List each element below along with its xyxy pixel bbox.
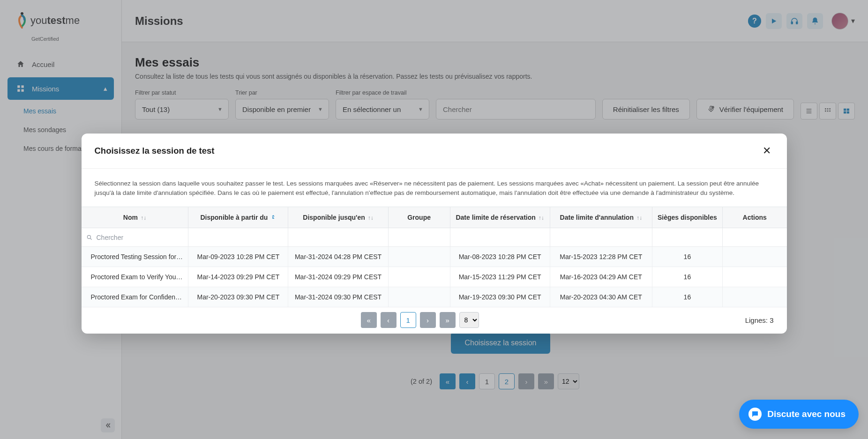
- cell-seats: 16: [652, 287, 722, 307]
- sessions-table: Nom↑↓ Disponible à partir du Disponible …: [82, 207, 787, 307]
- modal-pagination: « ‹ 1 › » 8: [361, 312, 479, 328]
- chat-widget[interactable]: Discute avec nous: [739, 400, 859, 429]
- sort-asc-icon: [270, 215, 276, 221]
- svg-point-19: [87, 235, 90, 238]
- modal-page-prev-button[interactable]: ‹: [381, 312, 397, 328]
- modal-page-number-1[interactable]: 1: [400, 312, 416, 328]
- cell-booking: Mar-19-2023 09:30 PM CET: [450, 287, 550, 307]
- modal-overlay: Choisissez la session de test ✕ Sélectio…: [0, 0, 868, 439]
- sort-icon: ↑↓: [636, 215, 642, 221]
- col-header-seats[interactable]: Sièges disponibles: [652, 207, 722, 228]
- chat-icon: [748, 408, 762, 421]
- cell-from: Mar-09-2023 10:28 PM CET: [188, 247, 288, 267]
- chat-label: Discute avec nous: [767, 409, 846, 419]
- sort-icon: ↑↓: [539, 215, 544, 221]
- cell-name: Proctored Testing Session for…: [82, 247, 188, 267]
- col-header-cancel-deadline[interactable]: Date limite d'annulation↑↓: [550, 207, 652, 228]
- cell-group: [388, 247, 450, 267]
- session-modal: Choisissez la session de test ✕ Sélectio…: [82, 134, 787, 334]
- sort-icon: ↑↓: [368, 215, 374, 221]
- cell-actions: [722, 247, 786, 267]
- cell-cancel: Mar-15-2023 12:28 PM CET: [550, 247, 652, 267]
- modal-page-next-button[interactable]: ›: [420, 312, 436, 328]
- cell-until: Mar-31-2024 09:30 PM CEST: [288, 287, 388, 307]
- cell-until: Mar-31-2024 09:29 PM CEST: [288, 267, 388, 287]
- cell-name: Proctored Exam to Verify You…: [82, 267, 188, 287]
- col-header-booking-deadline[interactable]: Date limite de réservation↑↓: [450, 207, 550, 228]
- table-row[interactable]: Proctored Exam for Confident… Mar-20-202…: [82, 287, 787, 307]
- cell-until: Mar-31-2024 04:28 PM CEST: [288, 247, 388, 267]
- cell-name: Proctored Exam for Confident…: [82, 287, 188, 307]
- cell-from: Mar-20-2023 09:30 PM CET: [188, 287, 288, 307]
- modal-close-button[interactable]: ✕: [760, 143, 774, 159]
- cell-booking: Mar-08-2023 10:28 PM CET: [450, 247, 550, 267]
- table-row[interactable]: Proctored Testing Session for… Mar-09-20…: [82, 247, 787, 267]
- cell-from: Mar-14-2023 09:29 PM CET: [188, 267, 288, 287]
- modal-lines-label: Lignes: 3: [745, 316, 774, 324]
- cell-group: [388, 287, 450, 307]
- cell-seats: 16: [652, 267, 722, 287]
- cell-cancel: Mar-20-2023 04:30 AM CET: [550, 287, 652, 307]
- cell-booking: Mar-15-2023 11:29 PM CET: [450, 267, 550, 287]
- col-header-available-until[interactable]: Disponible jusqu'en↑↓: [288, 207, 388, 228]
- table-search-name[interactable]: Chercher: [86, 234, 184, 241]
- col-header-name[interactable]: Nom↑↓: [82, 207, 188, 228]
- col-header-available-from[interactable]: Disponible à partir du: [188, 207, 288, 228]
- modal-page-first-button[interactable]: «: [361, 312, 377, 328]
- modal-page-last-button[interactable]: »: [440, 312, 456, 328]
- modal-description: Sélectionnez la session dans laquelle vo…: [82, 169, 787, 207]
- cell-actions: [722, 287, 786, 307]
- sort-icon: ↑↓: [141, 215, 146, 221]
- cell-cancel: Mar-16-2023 04:29 AM CET: [550, 267, 652, 287]
- modal-title: Choisissez la session de test: [95, 146, 215, 156]
- table-row[interactable]: Proctored Exam to Verify You… Mar-14-202…: [82, 267, 787, 287]
- cell-actions: [722, 267, 786, 287]
- cell-seats: 16: [652, 247, 722, 267]
- col-header-group[interactable]: Groupe: [388, 207, 450, 228]
- cell-group: [388, 267, 450, 287]
- modal-page-size-select[interactable]: 8: [459, 312, 479, 328]
- col-header-actions[interactable]: Actions: [722, 207, 786, 228]
